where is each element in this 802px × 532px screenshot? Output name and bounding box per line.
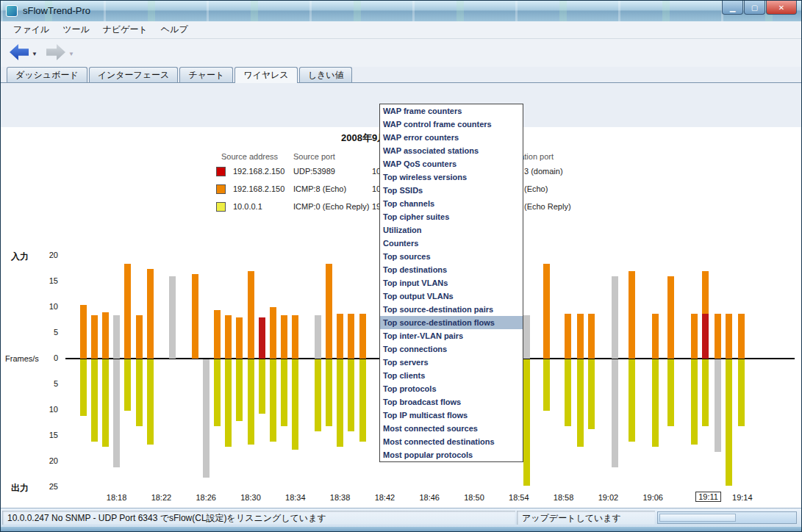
menu-item[interactable]: ナビゲート	[96, 22, 154, 37]
dropdown-item[interactable]: WAP frame counters	[380, 104, 523, 118]
window-frame-bottom	[1, 527, 801, 532]
update-status-text: アップデートしています	[517, 511, 655, 525]
update-progress-thumb	[659, 514, 736, 522]
legend-value: ICMP:8 (Echo)	[293, 184, 346, 193]
dropdown-item[interactable]: Top clients	[380, 369, 523, 382]
app-window: sFlowTrend-Pro ▁ ▢ ✕ ファイルツールナビゲートヘルプ ▼ ▼…	[0, 0, 802, 532]
dropdown-item[interactable]: Top inter-VLAN pairs	[380, 329, 523, 342]
close-button[interactable]: ✕	[766, 1, 797, 15]
legend-color-swatch	[216, 167, 226, 176]
dropdown-item[interactable]: WAP QoS counters	[380, 157, 523, 170]
legend-value: UDP:53989	[293, 167, 335, 176]
dropdown-item[interactable]: WAP control frame counters	[380, 118, 523, 131]
tab[interactable]: インターフェース	[89, 67, 179, 82]
dropdown-item[interactable]: Top sources	[380, 250, 523, 263]
dropdown-item[interactable]: Top input VLANs	[380, 276, 523, 290]
legend-color-swatch	[216, 202, 226, 212]
back-button[interactable]	[10, 44, 29, 60]
dropdown-item[interactable]: Top source-destination pairs	[380, 303, 523, 316]
dropdown-item[interactable]: Top connections	[380, 342, 523, 356]
forward-button[interactable]	[46, 44, 65, 60]
chart-type-dropdown: WAP frame countersWAP control frame coun…	[379, 104, 523, 462]
window-title: sFlowTrend-Pro	[23, 5, 90, 16]
forward-dropdown-caret-icon[interactable]: ▼	[68, 51, 74, 57]
legend-color-swatch	[216, 184, 226, 194]
dropdown-item[interactable]: Utilization	[380, 223, 523, 237]
legend-value: 3 (domain)	[524, 167, 563, 176]
dropdown-item[interactable]: Top destinations	[380, 263, 523, 276]
dropdown-item[interactable]: Top servers	[380, 356, 523, 369]
tab[interactable]: ダッシュボード	[7, 67, 87, 82]
tab[interactable]: しきい値	[299, 67, 353, 82]
forward-arrow-icon	[46, 44, 65, 60]
dropdown-item[interactable]: Most popular protocols	[380, 448, 523, 461]
dropdown-item[interactable]: Top channels	[380, 197, 523, 210]
dropdown-item[interactable]: Top output VLANs	[380, 290, 523, 303]
legend-value: (Echo)	[524, 184, 548, 193]
legend-header-source-port: Source port	[293, 152, 335, 161]
maximize-button[interactable]: ▢	[744, 1, 765, 15]
dropdown-item[interactable]: WAP error counters	[380, 131, 523, 144]
legend-value: ICMP:0 (Echo Reply)	[293, 202, 369, 211]
legend-value: (Echo Reply)	[524, 202, 571, 211]
title-bar[interactable]: sFlowTrend-Pro ▁ ▢ ✕	[1, 1, 801, 22]
dropdown-item[interactable]: WAP associated stations	[380, 144, 523, 157]
legend-value: 192.168.2.150	[233, 184, 284, 193]
legend-header-source-address: Source address	[221, 152, 278, 161]
back-arrow-icon	[10, 44, 29, 60]
legend-value: 192.168.2.150	[233, 167, 284, 176]
menu-bar: ファイルツールナビゲートヘルプ	[1, 21, 801, 39]
status-bar: 10.0.0.247 No SNMP - UDP Port 6343 でsFlo…	[1, 508, 801, 527]
dropdown-item[interactable]: Top source-destination flows	[380, 316, 523, 329]
dropdown-item[interactable]: Most connected destinations	[380, 435, 523, 448]
tab[interactable]: ワイヤレス	[234, 67, 297, 83]
nav-toolbar: ▼ ▼	[1, 39, 801, 68]
dropdown-item[interactable]: Top IP multicast flows	[380, 409, 523, 422]
dropdown-item[interactable]: Top broadcast flows	[380, 395, 523, 409]
back-dropdown-caret-icon[interactable]: ▼	[32, 51, 37, 57]
tab[interactable]: チャート	[179, 67, 233, 82]
update-progress-track	[657, 511, 797, 524]
dropdown-item[interactable]: Top SSIDs	[380, 184, 523, 197]
legend-value: 10.0.0.1	[233, 202, 262, 211]
dropdown-item[interactable]: Top protocols	[380, 382, 523, 395]
titlebar-glass-decoration	[1, 1, 801, 21]
dropdown-item[interactable]: Most connected sources	[380, 422, 523, 435]
menu-item[interactable]: ファイル	[7, 22, 56, 37]
tab-strip: ダッシュボードインターフェースチャートワイヤレスしきい値	[1, 67, 801, 83]
dropdown-item[interactable]: Top wireless versions	[380, 170, 523, 184]
menu-item[interactable]: ツール	[56, 22, 96, 37]
minimize-button[interactable]: ▁	[722, 1, 743, 15]
app-icon	[6, 5, 18, 17]
dropdown-item[interactable]: Top cipher suites	[380, 210, 523, 223]
menu-item[interactable]: ヘルプ	[154, 22, 195, 37]
dropdown-item[interactable]: Counters	[380, 237, 523, 250]
status-message: 10.0.0.247 No SNMP - UDP Port 6343 でsFlo…	[2, 511, 515, 525]
